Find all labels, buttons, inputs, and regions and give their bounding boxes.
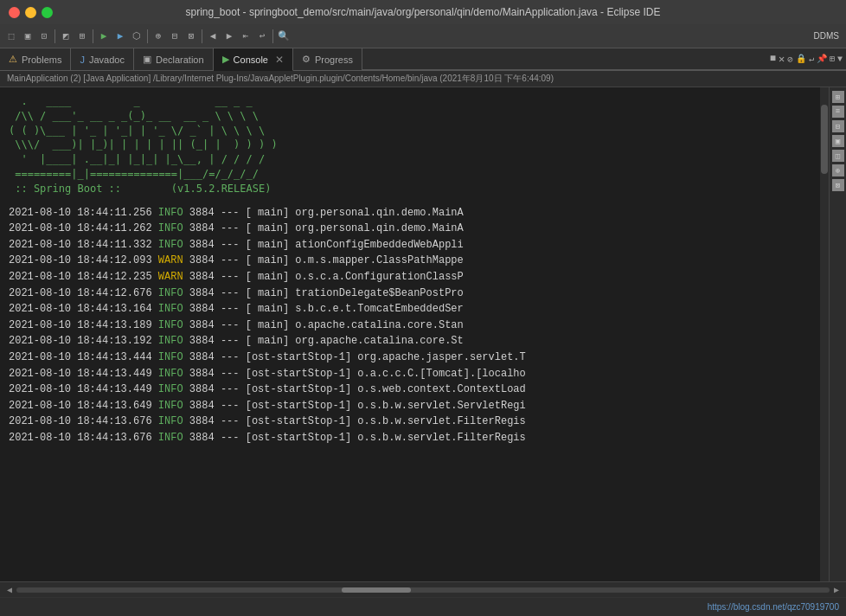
log-class: org.personal.qin.demo.MainA [295, 207, 463, 219]
toolbar-icon-7[interactable]: ⊕ [151, 29, 166, 44]
log-datetime: 2021-08-10 18:44:11.332 [9, 239, 152, 251]
log-sep: --- [221, 335, 240, 347]
ddms-label[interactable]: DDMS [811, 29, 843, 44]
log-thread: [ost-startStop-1] [246, 400, 351, 412]
log-sep: --- [221, 222, 240, 234]
log-sep: --- [221, 207, 240, 219]
log-sep: --- [221, 383, 240, 395]
toolbar-debug-icon[interactable]: ▶ [112, 29, 128, 44]
log-class: o.s.web.context.ContextLoad [357, 383, 525, 395]
title-bar: spring_boot - springboot_demo/src/main/j… [0, 0, 846, 24]
toolbar-icon-4[interactable]: ◩ [58, 29, 74, 44]
toolbar-icon-5[interactable]: ⊞ [74, 29, 90, 44]
log-class: org.apache.catalina.core.St [295, 335, 463, 347]
toolbar-icon-3[interactable]: ⊡ [36, 29, 52, 44]
log-class: o.s.b.w.servlet.FilterRegis [357, 415, 525, 427]
log-sep: --- [221, 319, 240, 331]
right-icon-6[interactable]: ⊕ [832, 164, 844, 176]
toolbar-icon-9[interactable]: ⊠ [183, 29, 199, 44]
tab-bar: ⚠ Problems J Javadoc ▣ Declaration ▶ Con… [0, 48, 846, 71]
bottom-scrollbar-area: ◀ ▶ [0, 581, 846, 597]
toolbar-icon-6[interactable]: ⬡ [129, 29, 144, 44]
right-icon-1[interactable]: ⊞ [832, 91, 844, 103]
tab-problems[interactable]: ⚠ Problems [0, 48, 71, 70]
toolbar-icon-2[interactable]: ▣ [20, 29, 35, 44]
scroll-right-icon[interactable]: ▶ [834, 585, 839, 595]
right-panel-icons: ⊞ ≡ ⊟ ▣ ◫ ⊕ ⊠ [829, 87, 846, 581]
tab-declaration[interactable]: ▣ Declaration [134, 48, 214, 70]
log-level: INFO [158, 368, 183, 380]
log-pid: 3884 [189, 303, 215, 315]
log-datetime: 2021-08-10 18:44:13.164 [9, 303, 152, 315]
spring-banner: . ____ _ __ _ _ /\\ / ___'_ __ _ _(_)_ _… [9, 94, 811, 196]
console-menu-icon[interactable]: ▼ [837, 55, 843, 64]
log-datetime: 2021-08-10 18:44:13.449 [9, 383, 152, 395]
toolbar-icon-11[interactable]: ▶ [221, 29, 237, 44]
tab-problems-label: Problems [22, 55, 61, 65]
main-area: . ____ _ __ _ _ /\\ / ___'_ __ _ _(_)_ _… [0, 87, 846, 581]
scroll-left-icon[interactable]: ◀ [7, 585, 12, 595]
log-datetime: 2021-08-10 18:44:11.262 [9, 222, 152, 234]
log-pid: 3884 [189, 415, 215, 427]
log-line: 2021-08-10 18:44:13.449 INFO 3884 --- [o… [9, 382, 811, 398]
toolbar-search-icon[interactable]: 🔍 [276, 29, 292, 44]
right-icon-2[interactable]: ≡ [832, 106, 844, 118]
toolbar-icon-1[interactable]: ⬚ [3, 29, 19, 44]
console-word-wrap-icon[interactable]: ↵ [809, 54, 814, 64]
log-level: INFO [158, 222, 183, 234]
log-sep: --- [221, 254, 240, 266]
log-pid: 3884 [189, 319, 215, 331]
console-remove-icon[interactable]: ✕ [779, 53, 785, 66]
log-sep: --- [221, 351, 240, 363]
log-thread: [ost-startStop-1] [246, 368, 351, 380]
toolbar-icon-12[interactable]: ⇤ [238, 29, 253, 44]
log-pid: 3884 [189, 383, 215, 395]
log-level: INFO [158, 400, 183, 412]
console-scroll-lock-icon[interactable]: 🔒 [796, 54, 806, 64]
log-line: 2021-08-10 18:44:11.256 INFO 3884 --- [ … [9, 205, 811, 221]
right-icon-4[interactable]: ▣ [832, 135, 844, 147]
horizontal-scrollbar-thumb[interactable] [342, 587, 411, 593]
footer: https://blog.csdn.net/qzc70919700 [0, 597, 846, 616]
horizontal-scrollbar[interactable] [16, 587, 830, 593]
console-toolbar: ■ ✕ ⊘ 🔒 ↵ 📌 ⊞ ▼ [766, 48, 846, 70]
right-icon-3[interactable]: ⊟ [832, 120, 844, 132]
minimize-button[interactable] [25, 7, 36, 18]
console-clear-icon[interactable]: ⊘ [787, 54, 793, 65]
toolbar-run-icon[interactable]: ▶ [96, 29, 112, 44]
log-thread: [ main] [246, 319, 289, 331]
scrollbar-thumb[interactable] [821, 105, 828, 174]
maximize-button[interactable] [42, 7, 53, 18]
toolbar-icon-8[interactable]: ⊟ [167, 29, 183, 44]
right-icon-7[interactable]: ⊠ [832, 179, 844, 191]
right-icon-5[interactable]: ◫ [832, 150, 844, 162]
console-close-icon[interactable]: ✕ [275, 54, 284, 66]
log-line: 2021-08-10 18:44:13.676 INFO 3884 --- [o… [9, 430, 811, 446]
log-class: org.apache.jasper.servlet.T [357, 351, 525, 363]
close-button[interactable] [9, 7, 20, 18]
toolbar-icon-13[interactable]: ↩ [254, 29, 270, 44]
tab-console[interactable]: ▶ Console ✕ [214, 48, 293, 71]
log-line: 2021-08-10 18:44:13.444 INFO 3884 --- [o… [9, 350, 811, 366]
log-level: INFO [158, 415, 183, 427]
log-class: s.b.c.e.t.TomcatEmbeddedSer [295, 303, 463, 315]
log-line: 2021-08-10 18:44:11.332 INFO 3884 --- [ … [9, 237, 811, 253]
console-output[interactable]: . ____ _ __ _ _ /\\ / ___'_ __ _ _(_)_ _… [0, 87, 820, 581]
toolbar-separator-5 [272, 29, 273, 43]
log-thread: [ main] [246, 271, 289, 283]
tab-progress[interactable]: ⚙ Progress [293, 48, 362, 70]
log-line: 2021-08-10 18:44:11.262 INFO 3884 --- [ … [9, 221, 811, 237]
tab-declaration-label: Declaration [156, 55, 204, 65]
console-terminate-icon[interactable]: ■ [770, 53, 776, 65]
console-open-icon[interactable]: ⊞ [830, 54, 835, 64]
log-class: o.s.c.a.ConfigurationClassP [295, 271, 463, 283]
vertical-scrollbar[interactable] [820, 87, 829, 581]
console-pin-icon[interactable]: 📌 [817, 54, 827, 64]
log-class: o.a.c.c.C.[Tomcat].[localho [357, 368, 525, 380]
toolbar-icon-10[interactable]: ◀ [205, 29, 221, 44]
log-class: o.m.s.mapper.ClassPathMappe [295, 254, 463, 266]
tab-javadoc[interactable]: J Javadoc [71, 48, 133, 70]
window-controls[interactable] [9, 7, 53, 18]
log-line: 2021-08-10 18:44:12.676 INFO 3884 --- [ … [9, 286, 811, 302]
log-sep: --- [221, 400, 240, 412]
